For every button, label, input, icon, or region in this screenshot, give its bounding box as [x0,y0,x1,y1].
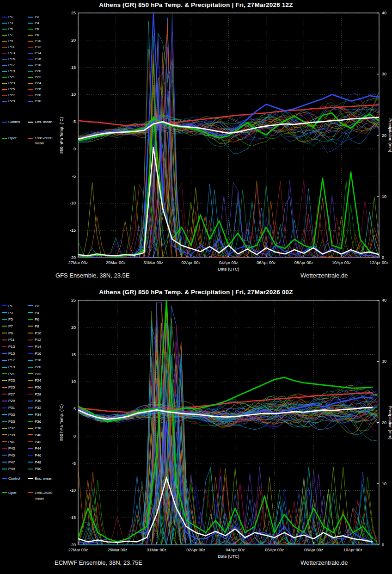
legend-item-climate-mean: 1991-2020mean [28,489,61,500]
svg-text:20: 20 [382,133,386,138]
legend-line-swatch-icon [2,77,7,78]
gfs-legend: P1P2P3P4P5P6P7P8P9P10P11P12P13P14P15P16P… [2,14,61,145]
legend-label: P28 [35,93,41,97]
legend-label: Ens. mean [35,476,52,481]
svg-text:0: 0 [382,255,384,260]
legend-item-member: P28 [28,391,57,398]
legend-label: P4 [35,21,39,25]
legend-label: P6 [35,27,39,31]
legend-label: P2 [35,15,39,19]
legend-item-member: P14 [28,50,57,56]
legend-line-swatch-icon [28,71,33,72]
legend-line-swatch-icon [2,23,7,24]
legend-label: P9 [8,331,13,335]
legend-item-member: P16 [28,350,57,357]
legend-item-member: P12 [28,336,57,343]
legend-line-swatch-icon [28,455,33,456]
legend-item-member: P27 [2,92,28,98]
legend-item-member: P13 [2,343,28,350]
legend-label: P36 [35,420,41,424]
legend-label: P9 [8,39,13,43]
legend-item-member: P19 [2,364,28,370]
legend-item-member: P22 [28,370,57,377]
legend-label: P29 [8,399,15,403]
legend-line-swatch-icon [28,333,33,333]
legend-item-member: P15 [2,350,28,357]
legend-label: P15 [8,352,15,356]
legend-line-swatch-icon [28,421,33,422]
legend-item-member: P5 [2,26,28,32]
legend-item-member: P19 [2,68,28,74]
legend-item-member: P7 [2,32,28,38]
svg-text:-15: -15 [70,515,76,520]
svg-text:12Apr 00z: 12Apr 00z [369,260,389,265]
legend-item-member: P49 [2,466,28,473]
legend-item-member: P37 [2,425,28,432]
legend-label: P41 [8,440,15,444]
legend-line-swatch-icon [28,35,33,36]
legend-line-swatch-icon [2,71,7,72]
legend-item-member: P41 [2,438,28,445]
legend-line-swatch-icon [28,138,33,139]
legend-line-swatch-icon [28,387,33,388]
legend-label: P26 [35,87,41,91]
legend-label: P46 [35,453,41,457]
svg-text:20: 20 [71,38,76,43]
legend-label: P45 [8,453,15,457]
legend-line-swatch-icon [2,421,7,422]
legend-item-member: P46 [28,452,57,459]
svg-text:08Apr 00z: 08Apr 00z [304,548,324,552]
legend-label: P5 [8,317,13,321]
legend-label: P19 [8,365,15,369]
legend-line-swatch-icon [2,59,7,60]
legend-line-swatch-icon [28,394,33,395]
svg-text:Precipitation (mm): Precipitation (mm) [388,118,392,152]
svg-text:02Apr 00z: 02Apr 00z [182,260,201,265]
svg-text:31Mar 00z: 31Mar 00z [143,260,163,265]
legend-label: P37 [8,426,15,430]
legend-line-swatch-icon [28,326,33,327]
legend-line-swatch-icon [2,17,7,18]
legend-item-member: P34 [28,411,57,418]
legend-line-swatch-icon [28,65,33,66]
legend-line-swatch-icon [2,53,7,54]
legend-item-member: P32 [28,404,57,411]
legend-label: P47 [8,460,15,464]
legend-label: P48 [35,460,41,464]
legend-line-swatch-icon [2,478,7,479]
legend-label: Ens. mean [35,120,52,124]
legend-label: P31 [8,406,15,410]
legend-line-swatch-icon [28,101,33,102]
legend-item-member: P8 [28,32,57,38]
legend-label: P16 [35,57,41,61]
legend-line-swatch-icon [2,387,7,388]
legend-line-swatch-icon [28,339,33,340]
legend-line-swatch-icon [2,469,7,469]
legend-line-swatch-icon [28,41,33,42]
legend-item-member: P1 [2,302,28,309]
legend-line-swatch-icon [28,492,33,493]
legend-label: P27 [8,392,15,396]
svg-text:-10: -10 [70,488,76,493]
legend-item-control: Control [2,119,28,125]
legend-line-swatch-icon [28,83,33,84]
legend-item-member: P48 [28,459,57,466]
legend-item-member: P21 [2,370,28,377]
svg-text:30: 30 [382,359,386,364]
svg-text:20: 20 [382,420,386,425]
legend-item-member: P43 [2,445,28,452]
legend-label: Oper [8,491,17,495]
legend-label: Control [8,120,20,124]
legend-label: P30 [35,99,41,103]
svg-text:29Mar 00z: 29Mar 00z [108,548,128,552]
legend-line-swatch-icon [2,95,7,96]
legend-label: P20 [35,365,41,369]
legend-item-member: P44 [28,445,57,452]
legend-line-swatch-icon [28,59,33,60]
legend-line-swatch-icon [2,353,7,354]
legend-item-member: P33 [2,411,28,418]
legend-label: P13 [8,345,15,349]
legend-line-swatch-icon [28,89,33,90]
svg-text:10: 10 [382,194,386,199]
svg-text:25: 25 [71,298,76,302]
